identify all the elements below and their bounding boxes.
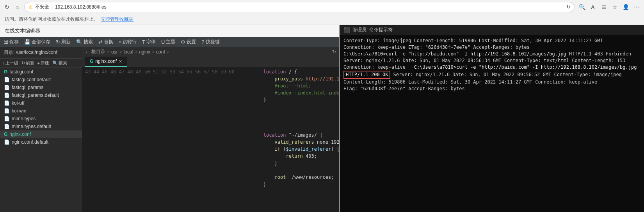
favorites-icon[interactable]: ☆ [610,3,619,11]
file-icon: 📄 [4,108,10,114]
search-label: 搜索 [84,39,93,45]
theme-label: 主题 [166,39,175,45]
save-all-button[interactable]: 💾 全部保存 [24,39,50,45]
shortcuts-button[interactable]: ? 快捷键 [201,39,219,45]
list-item[interactable]: 📄 fastcgi_params [0,84,82,91]
file-icon: 📄 [4,93,10,98]
search-button[interactable]: 🔍 搜索 [76,39,93,45]
list-item[interactable]: G fastcgi.conf [0,68,82,76]
new-file-label: 新建 [41,60,49,66]
list-item[interactable]: 📄 koi-win [0,107,82,115]
refresh-label: 刷新 [61,39,71,45]
replace-label: 替换 [104,39,113,45]
file-name: fastcgi.conf.default [12,77,51,82]
sidebar-search-button[interactable]: 🔍 搜索 [52,60,67,66]
go-up-icon: ↑ [2,61,5,66]
home-button[interactable]: ⌂ [13,3,21,11]
list-item[interactable]: 📄 fastcgi_params.default [0,91,82,99]
theme-button[interactable]: U 主题 [161,39,175,45]
term-line: Accept-Ranges: bytes [473,45,530,50]
address-bar[interactable]: ⚠ 不安全 | 192.168.8.102:8888/files ↻ [24,2,575,12]
file-icon: 📄 [4,116,10,121]
sidebar-refresh-button[interactable]: ↻ 刷新 [21,60,34,66]
dir-conf: conf [156,49,165,55]
save-all-icon: 💾 [24,39,30,45]
file-icon: 📄 [4,100,10,106]
sidebar-refresh-icon: ↻ [21,61,25,66]
file-sidebar-toolbar: ↑ 上一级 ↻ 刷新 + 新建 🔍 搜索 [0,59,82,68]
browser-actions: 🔍 A ☰ ☆ 👤 ⋯ [578,3,641,11]
new-file-icon: + [37,61,40,66]
extensions-icon[interactable]: ☰ [600,3,608,11]
file-name: fastcgi.conf [9,69,33,75]
menu-icon[interactable]: ⋯ [632,3,641,11]
back-button[interactable]: ↻ [3,3,11,11]
list-item[interactable]: G nginx.conf [0,130,82,138]
terminal-panel: ⬛ 管理员: 命令提示符 Content-Type: image/jpeg Co… [340,25,644,212]
term-line: C:\Users\a7810>curl -e "http://baidu.com… [343,51,566,57]
goto-icon: ⌖ [119,39,121,45]
file-icon: 📄 [4,77,10,82]
file-icon: 📄 [4,124,10,129]
list-item[interactable]: 📄 nginx.conf.default [0,138,82,146]
new-file-button[interactable]: + 新建 [37,60,49,66]
refresh-button[interactable]: ↻ 刷新 [56,39,71,45]
file-name: koi-win [12,108,26,114]
code-content[interactable]: location / { proxy_pass http://192.168.8… [238,67,339,212]
settings-icon: ⚙ [181,39,185,45]
list-item[interactable]: 📄 koi-utf [0,99,82,107]
font-label: 字体 [146,39,156,45]
refresh-btn[interactable]: ↻ [332,49,336,55]
term-line: Date: Sun, 01 May 2022 09:56:34 GMT [403,58,502,63]
font-icon[interactable]: A [589,3,597,11]
dir-nginx: nginx [139,49,150,55]
shortcuts-icon: ? [201,39,204,45]
browser-controls: ↻ ⌂ [3,3,21,11]
sep: > [135,49,137,55]
save-icon: 🖫 [3,39,8,45]
list-item[interactable]: 📄 fastcgi.conf.default [0,76,82,84]
tab-close-icon[interactable]: ✕ [119,59,122,64]
file-name: fastcgi_params.default [12,93,59,98]
term-line: Connection: keep-alive [535,79,597,85]
settings-button[interactable]: ⚙ 设置 [181,39,196,45]
terminal-content[interactable]: Content-Type: image/jpeg Content-Length:… [340,35,644,212]
term-line [408,64,411,70]
g-file-icon: G [4,69,7,75]
dir-arrow-left[interactable]: ← [85,49,90,55]
font-button[interactable]: T 字体 [142,39,156,45]
dir-bar: ← 根目录 > usr > local > nginx > conf > ↻ [82,47,339,57]
refresh-icon: ↻ [56,39,60,45]
browser-bar: ↻ ⌂ ⚠ 不安全 | 192.168.8.102:8888/files ↻ 🔍… [0,0,644,14]
main-area: 在线文本编辑器 🖫 保存 💾 全部保存 ↻ 刷新 🔍 搜索 ⇄ 替换 [0,25,644,212]
term-line: Date: Sun, 01 May 2022 09:56:52 GMT [452,72,551,77]
tab-g-icon: G [90,59,93,64]
theme-icon: U [161,39,165,45]
replace-button[interactable]: ⇄ 替换 [98,39,113,45]
go-up-button[interactable]: ↑ 上一级 [2,60,18,66]
goto-label: 跳转行 [123,39,137,45]
file-sidebar: 目录: /usr/local/nginx/conf ↑ 上一级 ↻ 刷新 + 新… [0,47,82,212]
term-line: Content-Length: 153 [572,58,625,63]
term-line: Content-Type: image/jpeg [554,72,621,77]
list-item[interactable]: 📄 mime.types [0,115,82,123]
file-name: fastcgi_params [12,85,43,90]
http-ok-badge: HTTP/1.1 200 OK [343,71,390,79]
bookmark-bar: 访问。请将你的网址收藏放在此收藏夹栏上。 立即管理收藏夹 [0,14,644,25]
list-item[interactable]: 📄 mime.types.default [0,123,82,130]
term-line: Server: nginx/1.21.6 [393,72,450,77]
sidebar-refresh-label: 刷新 [26,60,34,66]
code-area[interactable]: 43 44 45 46 47 48 49 50 51 52 53 54 55 5… [82,67,339,212]
terminal-header: ⬛ 管理员: 命令提示符 [340,25,644,35]
search-icon[interactable]: 🔍 [578,3,586,11]
save-button[interactable]: 🖫 保存 [3,39,19,45]
editor-panel: 在线文本编辑器 🖫 保存 💾 全部保存 ↻ 刷新 🔍 搜索 ⇄ 替换 [0,25,340,212]
term-line: ETag: "626d438f-7ee7e" [343,86,406,91]
file-name: nginx.conf.default [12,139,48,145]
profile-icon[interactable]: 👤 [621,3,630,11]
tab-nginx-conf[interactable]: G nginx.conf ✕ [85,57,127,67]
refresh-icon[interactable]: ↻ [566,4,570,10]
goto-button[interactable]: ⌖ 跳转行 [119,39,137,45]
manage-bookmarks-link[interactable]: 立即管理收藏夹 [101,16,133,23]
address-separator: | [52,4,53,10]
